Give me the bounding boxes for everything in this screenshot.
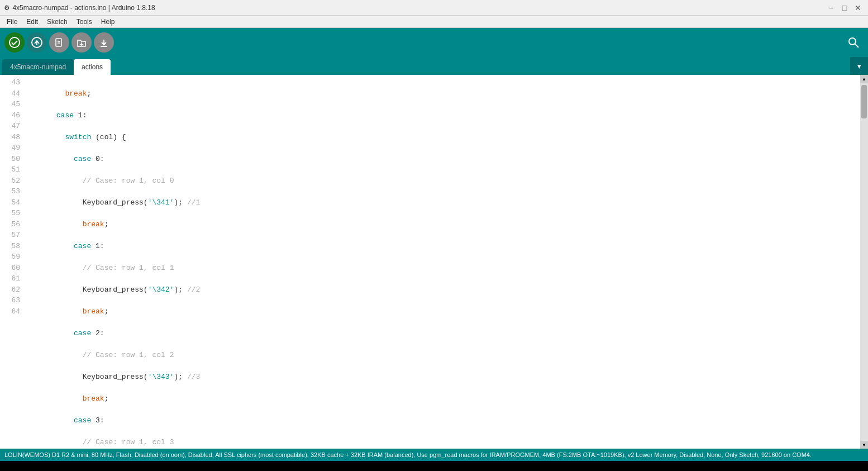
code-line-43: break; [30, 88, 860, 99]
line-num-44: 44 [0, 88, 20, 99]
app-icon: ⚙ [4, 3, 9, 12]
line-num-52: 52 [0, 175, 20, 187]
line-num-58: 58 [0, 241, 20, 252]
code-line-47: // Case: row 1, col 0 [30, 175, 860, 187]
scrollbar-right[interactable]: ▲ ▼ [860, 75, 868, 449]
code-line-59: // Case: row 1, col 3 [30, 437, 860, 448]
line-num-50: 50 [0, 154, 20, 165]
code-line-52: Keyboard_press('\342'); //2 [30, 284, 860, 296]
toolbar [0, 28, 868, 57]
title-bar: ⚙ 4x5macro-numpad - actions.ino | Arduin… [0, 0, 868, 16]
line-num-57: 57 [0, 230, 20, 241]
line-numbers: 43 44 45 46 47 48 49 50 51 52 53 54 55 5… [0, 75, 26, 449]
title-bar-text: 4x5macro-numpad - actions.ino | Arduino … [12, 4, 155, 12]
code-line-51: // Case: row 1, col 1 [30, 263, 860, 274]
code-line-44: case 1: [30, 110, 860, 121]
line-num-46: 46 [0, 110, 20, 121]
line-num-56: 56 [0, 219, 20, 230]
tab-actions[interactable]: actions [74, 59, 111, 75]
menu-help[interactable]: Help [97, 17, 120, 27]
code-line-46: case 0: [30, 154, 860, 165]
line-num-47: 47 [0, 121, 20, 132]
code-line-49: break; [30, 219, 860, 230]
verify-button[interactable] [4, 32, 25, 53]
minimize-button[interactable]: − [826, 2, 837, 13]
open-button[interactable] [71, 32, 92, 53]
tabs-bar: 4x5macro-numpad actions ▾ [0, 57, 868, 75]
new-button[interactable] [49, 32, 69, 53]
save-button[interactable] [94, 32, 114, 53]
code-line-56: Keyboard_press('\343'); //3 [30, 372, 860, 383]
line-num-49: 49 [0, 142, 20, 154]
scrollbar-track[interactable] [860, 83, 868, 441]
menu-tools[interactable]: Tools [72, 17, 97, 27]
line-num-48: 48 [0, 132, 20, 143]
search-button[interactable] [843, 32, 864, 53]
code-line-48: Keyboard_press('\341'); //1 [30, 197, 860, 208]
line-num-59: 59 [0, 251, 20, 263]
title-bar-controls: − □ ✕ [826, 2, 864, 13]
line-num-62: 62 [0, 284, 20, 296]
upload-button[interactable] [27, 32, 47, 53]
line-num-63: 63 [0, 295, 20, 306]
line-num-51: 51 [0, 164, 20, 175]
menu-sketch[interactable]: Sketch [42, 17, 72, 27]
scrollbar-down-button[interactable]: ▼ [860, 441, 868, 449]
status-text: LOLIN(WEMOS) D1 R2 & mini, 80 MHz, Flash… [4, 451, 812, 458]
code-line-55: // Case: row 1, col 2 [30, 350, 860, 361]
code-line-58: case 3: [30, 415, 860, 426]
tab-4x5macro-numpad[interactable]: 4x5macro-numpad [2, 59, 74, 75]
tab-dropdown-button[interactable]: ▾ [850, 57, 868, 75]
editor-area: 43 44 45 46 47 48 49 50 51 52 53 54 55 5… [0, 75, 868, 449]
menu-file[interactable]: File [2, 17, 22, 27]
line-num-53: 53 [0, 186, 20, 197]
code-line-57: break; [30, 393, 860, 405]
svg-line-8 [855, 44, 859, 47]
line-num-60: 60 [0, 263, 20, 274]
maximize-button[interactable]: □ [839, 2, 850, 13]
menu-bar: File Edit Sketch Tools Help [0, 16, 868, 28]
code-line-54: case 2: [30, 328, 860, 339]
code-line-45: switch (col) { [30, 132, 860, 143]
code-line-53: break; [30, 306, 860, 317]
close-button[interactable]: ✕ [852, 2, 864, 13]
code-line-50: case 1: [30, 241, 860, 252]
line-num-55: 55 [0, 208, 20, 219]
svg-rect-3 [56, 39, 61, 46]
menu-edit[interactable]: Edit [22, 17, 42, 27]
svg-point-0 [9, 37, 20, 47]
scrollbar-up-button[interactable]: ▲ [860, 75, 868, 83]
line-num-64: 64 [0, 306, 20, 317]
status-bar: LOLIN(WEMOS) D1 R2 & mini, 80 MHz, Flash… [0, 449, 868, 461]
title-bar-left: ⚙ 4x5macro-numpad - actions.ino | Arduin… [4, 3, 155, 12]
line-num-45: 45 [0, 99, 20, 110]
line-num-43: 43 [0, 77, 20, 88]
line-num-61: 61 [0, 273, 20, 284]
code-content[interactable]: break; case 1: switch (col) { case 0: //… [26, 75, 860, 449]
scrollbar-thumb[interactable] [861, 85, 867, 118]
line-num-54: 54 [0, 197, 20, 208]
svg-point-7 [849, 38, 856, 45]
console-area [0, 461, 868, 471]
